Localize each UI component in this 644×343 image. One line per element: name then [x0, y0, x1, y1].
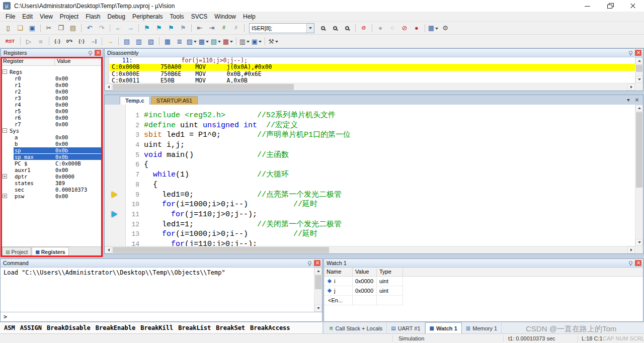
- outdent-icon[interactable]: ⇤: [194, 23, 205, 34]
- redo-icon[interactable]: ↷: [96, 23, 107, 34]
- scrollbar-thumb[interactable]: [113, 84, 294, 90]
- register-row-r6[interactable]: r60x00: [1, 114, 103, 121]
- disassembly-current-line[interactable]: C:0x000B 750A00 MOV j(0x0A),#0x00: [110, 64, 635, 70]
- watch-col-name[interactable]: Name: [324, 268, 353, 277]
- toolbox-icon[interactable]: ⚒: [268, 36, 279, 47]
- register-row-auxr1[interactable]: auxr10x00: [1, 166, 103, 173]
- run-to-cursor-icon[interactable]: →|: [88, 36, 99, 47]
- toggle-bookmark-icon[interactable]: ⚑: [141, 23, 152, 34]
- code-line-1[interactable]: 1#include <reg52.h> //52系列单片机头文件: [105, 111, 635, 121]
- save-icon[interactable]: ▣: [27, 23, 38, 34]
- command-input[interactable]: >: [1, 312, 322, 321]
- clear-bookmarks-icon[interactable]: ⚑: [178, 23, 189, 34]
- code-coverage-icon[interactable]: @: [358, 23, 369, 34]
- tab-memory-1[interactable]: ▥Memory 1: [462, 323, 502, 333]
- scroll-right-icon[interactable]: [627, 246, 635, 253]
- tab-watch-1[interactable]: ▦Watch 1: [425, 322, 462, 333]
- scroll-up-icon[interactable]: [635, 105, 643, 112]
- command-output[interactable]: Load "C:\\Users\\Administrator\\Desktop\…: [1, 268, 322, 312]
- register-row-sec[interactable]: sec0.00010373: [1, 186, 103, 193]
- register-row-sys[interactable]: -Sys: [1, 127, 103, 134]
- comment-icon[interactable]: //: [218, 23, 229, 34]
- disassembly-line[interactable]: C:0x000E 750B6E MOV 0x0B,#0x6E: [110, 71, 635, 77]
- step-out-icon[interactable]: {↑}: [76, 36, 87, 47]
- menu-file[interactable]: File: [2, 13, 19, 21]
- register-row-sp[interactable]: sp0x0b: [1, 147, 103, 153]
- code-line-14[interactable]: 14 for(j=110;j>0;j--);: [105, 239, 635, 246]
- registers-window-icon[interactable]: ▦: [162, 36, 173, 47]
- stop-icon[interactable]: ■: [35, 36, 46, 47]
- tree-expander-icon[interactable]: +: [3, 194, 7, 198]
- code-line-9[interactable]: 9 led1=0; //点亮第一个发光二极管: [105, 190, 635, 200]
- cut-icon[interactable]: ✂: [43, 23, 54, 34]
- new-file-icon[interactable]: ▯: [3, 23, 14, 34]
- memory-window-icon[interactable]: ▩: [198, 36, 209, 47]
- code-line-7[interactable]: 7 while(1) //大循环: [105, 170, 635, 180]
- code-line-8[interactable]: 8 {: [105, 180, 635, 190]
- watch-row-en[interactable]: <En...: [324, 296, 643, 305]
- window-layout-icon[interactable]: ▦: [428, 23, 439, 34]
- menu-peripherals[interactable]: Peripherals: [129, 13, 167, 21]
- navigate-back-icon[interactable]: ←: [113, 23, 124, 34]
- scroll-left-icon[interactable]: [105, 246, 112, 253]
- tab-project[interactable]: ▤Project: [2, 247, 31, 256]
- register-row-regs[interactable]: -Regs: [1, 68, 103, 75]
- configure-icon[interactable]: ⚙: [440, 23, 451, 34]
- close-panel-icon[interactable]: [635, 50, 641, 56]
- scroll-down-icon[interactable]: [635, 239, 643, 246]
- disassembly-panel-header[interactable]: Disassembly: [105, 49, 643, 57]
- register-row-r1[interactable]: r10x00: [1, 81, 103, 88]
- find-icon[interactable]: [330, 23, 341, 34]
- iser-dropdown-icon[interactable]: [306, 24, 314, 33]
- watch-window-icon[interactable]: ▨: [186, 36, 197, 47]
- tab-registers[interactable]: ▦Registers: [32, 247, 68, 256]
- scrollbar-thumb[interactable]: [636, 112, 642, 188]
- register-row-r3[interactable]: r30x00: [1, 95, 103, 101]
- watch-panel-header[interactable]: Watch 1: [324, 259, 643, 268]
- disassembly-listing[interactable]: 11: for(j=110;j>0;j--);C:0x000B 750A00 M…: [110, 57, 635, 83]
- navigate-forward-icon[interactable]: →: [125, 23, 136, 34]
- watch-col-type[interactable]: Type: [377, 268, 403, 277]
- pin-icon[interactable]: [306, 260, 312, 267]
- kill-breakpoints-icon[interactable]: ⊘: [399, 23, 410, 34]
- editor-tab-temp-c[interactable]: Temp.c: [120, 96, 150, 105]
- tab-uart-1[interactable]: ▤UART #1: [387, 323, 425, 333]
- code-line-3[interactable]: 3sbit led1 = P1^0; //声明单片机P1口的第一位: [105, 130, 635, 140]
- uncomment-icon[interactable]: //: [230, 23, 242, 34]
- command-function-breakdisable[interactable]: BreakDisable: [47, 324, 91, 331]
- editor-tab-startup-a51[interactable]: STARTUP.A51: [151, 96, 198, 105]
- disassembly-line[interactable]: C:0x0011 E50B MOV A,0x0B: [110, 77, 635, 83]
- tab-list-dropdown-icon[interactable]: [625, 97, 632, 103]
- tree-expander-icon[interactable]: -: [3, 128, 7, 133]
- close-document-icon[interactable]: [633, 97, 640, 103]
- command-function-assign[interactable]: ASSIGN: [20, 324, 42, 331]
- analysis-window-icon[interactable]: ▦: [222, 36, 233, 47]
- command-window-icon[interactable]: ▤: [121, 36, 132, 47]
- scroll-down-icon[interactable]: [314, 305, 322, 312]
- code-line-4[interactable]: 4uint i,j;: [105, 140, 635, 150]
- iser-combobox[interactable]: ISER[8];: [249, 23, 314, 33]
- watch-col-value[interactable]: Value: [353, 268, 377, 277]
- pin-icon[interactable]: [627, 50, 633, 56]
- register-row-sp-max[interactable]: sp_max0x0b: [1, 153, 103, 160]
- step-into-icon[interactable]: {↓}: [52, 36, 63, 47]
- menu-project[interactable]: Project: [56, 13, 82, 21]
- disassembly-window-icon[interactable]: ▥: [133, 36, 144, 47]
- scroll-down-icon[interactable]: [635, 76, 643, 83]
- watch-row-j[interactable]: j0x0000uint: [324, 286, 643, 296]
- copy-icon[interactable]: ❐: [55, 23, 66, 34]
- serial-window-icon[interactable]: ▤: [210, 36, 221, 47]
- show-next-statement-icon[interactable]: →: [105, 36, 116, 47]
- registers-panel-header[interactable]: Registers: [1, 49, 103, 57]
- editor-hscrollbar[interactable]: [105, 246, 635, 253]
- scrollbar-thumb[interactable]: [113, 247, 329, 253]
- register-row-b[interactable]: b0x00: [1, 140, 103, 147]
- command-function-breakset[interactable]: BreakSet: [216, 324, 245, 331]
- tree-expander-icon[interactable]: -: [3, 69, 7, 74]
- value-column-label[interactable]: Value: [55, 57, 103, 66]
- incremental-find-icon[interactable]: [342, 23, 353, 34]
- scrollbar-thumb[interactable]: [636, 65, 642, 72]
- register-row-r5[interactable]: r50x00: [1, 108, 103, 114]
- disassembly-line[interactable]: 11: for(j=110;j>0;j--);: [110, 57, 635, 64]
- indent-icon[interactable]: ⇥: [206, 23, 217, 34]
